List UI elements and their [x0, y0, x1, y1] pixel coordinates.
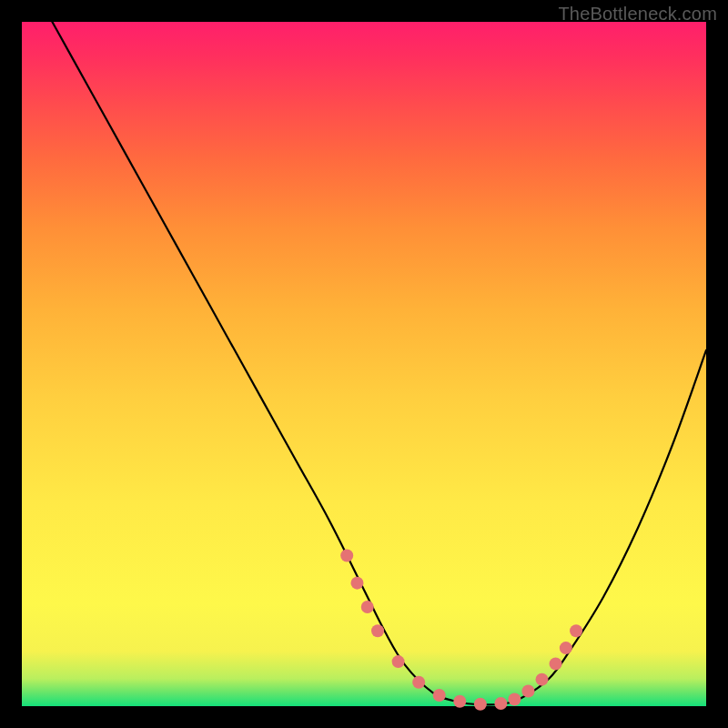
highlight-dot [494, 697, 507, 710]
bottleneck-curve [22, 0, 706, 704]
highlight-dot [508, 693, 521, 705]
curve-layer [22, 22, 706, 706]
highlight-dot [340, 550, 353, 562]
highlight-dot [433, 689, 446, 702]
highlight-dot [371, 624, 384, 637]
chart-frame: TheBottleneck.com [0, 0, 728, 728]
highlight-dot [412, 676, 425, 689]
highlight-dot [474, 698, 487, 711]
highlight-dot [453, 695, 466, 708]
highlight-dot [361, 601, 374, 613]
highlight-dot [350, 577, 363, 590]
highlight-dot [536, 673, 549, 686]
highlight-dot [392, 655, 405, 668]
highlight-dot [570, 624, 582, 637]
highlight-dot [550, 657, 562, 670]
watermark-text: TheBottleneck.com [558, 4, 717, 25]
highlight-dot [560, 642, 572, 654]
highlight-dots [340, 550, 582, 711]
highlight-dot [521, 684, 534, 697]
